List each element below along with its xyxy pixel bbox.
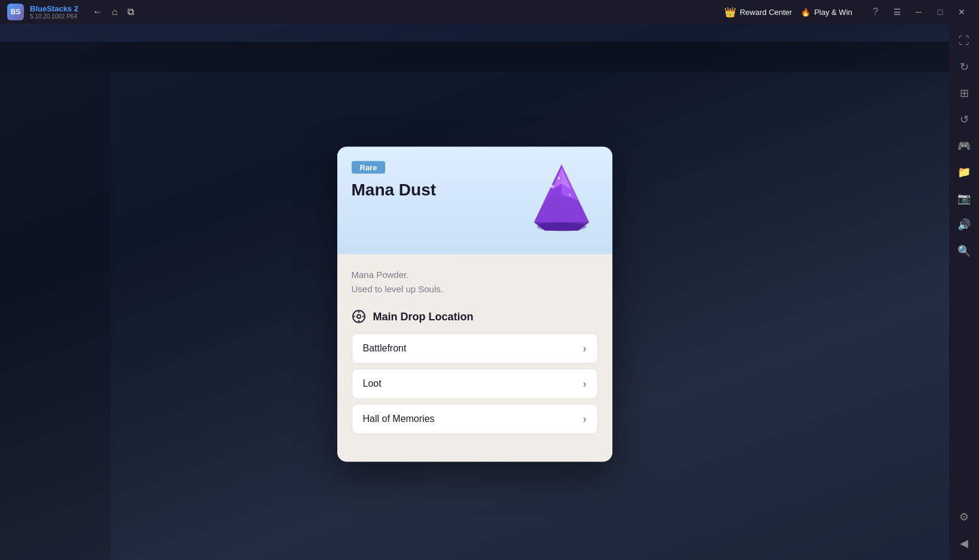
tabs-button[interactable]: ⧉ xyxy=(125,4,136,20)
modal-header: Rare Mana Dust xyxy=(337,146,612,254)
svg-point-5 xyxy=(550,185,554,188)
play-win-button[interactable]: 🔥 Play & Win xyxy=(801,8,852,17)
hall-chevron-icon: › xyxy=(583,412,587,425)
folder-sidebar-icon[interactable]: 📁 xyxy=(952,160,976,184)
location-list: Battlefront › Loot › Hall of Memories › xyxy=(352,333,598,434)
close-button[interactable]: ✕ xyxy=(953,4,970,20)
item-detail-modal: Rare Mana Dust xyxy=(337,146,612,461)
rarity-badge: Rare xyxy=(352,161,386,173)
description-line2: Used to level up Souls. xyxy=(352,281,598,296)
location-battlefront[interactable]: Battlefront › xyxy=(352,333,598,363)
maximize-button[interactable]: □ xyxy=(932,4,948,20)
minimize-button[interactable]: ─ xyxy=(910,4,927,20)
item-description: Mana Powder. Used to level up Souls. xyxy=(352,267,598,296)
app-name: BlueStacks 2 xyxy=(30,4,78,13)
title-bar: BS BlueStacks 2 5.10.20.1002 P64 ← ⌂ ⧉ 👑… xyxy=(0,0,979,24)
back-button[interactable]: ← xyxy=(90,4,105,20)
location-loot[interactable]: Loot › xyxy=(352,368,598,399)
reward-center-label: Reward Center xyxy=(740,8,792,17)
menu-button[interactable]: ☰ xyxy=(889,4,905,20)
location-hall-name: Hall of Memories xyxy=(363,414,435,424)
app-version: 5.10.20.1002 P64 xyxy=(30,13,78,20)
app-logo: BS xyxy=(7,4,24,20)
mana-dust-image xyxy=(529,161,594,233)
drop-location-label: Main Drop Location xyxy=(373,311,474,323)
volume-sidebar-icon[interactable]: 🔊 xyxy=(952,213,976,237)
description-line1: Mana Powder. xyxy=(352,267,598,281)
svg-point-6 xyxy=(569,194,571,196)
controller-sidebar-icon[interactable]: 🎮 xyxy=(952,134,976,158)
home-button[interactable]: ⌂ xyxy=(109,4,120,20)
title-bar-right: 👑 Reward Center 🔥 Play & Win ? ☰ ─ □ ✕ xyxy=(715,4,979,20)
reward-center-button[interactable]: 👑 Reward Center xyxy=(724,7,792,18)
fire-icon: 🔥 xyxy=(801,8,810,17)
battlefront-chevron-icon: › xyxy=(583,342,587,354)
play-win-label: Play & Win xyxy=(814,8,852,17)
svg-point-7 xyxy=(557,177,560,179)
modal-body: Mana Powder. Used to level up Souls. Mai… xyxy=(337,254,612,461)
svg-point-8 xyxy=(536,222,586,231)
expand-sidebar-icon[interactable]: ⛶ xyxy=(952,29,976,53)
back-sidebar-icon[interactable]: ◀ xyxy=(952,531,976,555)
app-title-text: BlueStacks 2 5.10.20.1002 P64 xyxy=(30,4,78,20)
window-controls: ? ☰ ─ □ ✕ xyxy=(867,4,970,20)
rotate-sidebar-icon[interactable]: ↺ xyxy=(952,108,976,131)
item-image-container xyxy=(523,158,600,236)
compass-icon xyxy=(352,309,367,325)
drop-location-title: Main Drop Location xyxy=(352,309,598,325)
search-sidebar-icon[interactable]: 🔍 xyxy=(952,239,976,263)
crown-icon: 👑 xyxy=(724,7,736,18)
drop-location-section: Main Drop Location Battlefront › Loot › … xyxy=(352,309,598,434)
app-branding: BS BlueStacks 2 5.10.20.1002 P64 ← ⌂ ⧉ xyxy=(0,4,144,20)
location-battlefront-name: Battlefront xyxy=(363,343,407,354)
settings-sidebar-icon[interactable]: ⚙ xyxy=(952,505,976,529)
loot-chevron-icon: › xyxy=(583,377,587,390)
refresh-sidebar-icon[interactable]: ↻ xyxy=(952,55,976,79)
nav-controls: ← ⌂ ⧉ xyxy=(90,4,136,20)
help-button[interactable]: ? xyxy=(867,4,884,20)
right-sidebar: ⛶ ↻ ⊞ ↺ 🎮 📁 📷 🔊 🔍 ⚙ ◀ xyxy=(949,24,979,560)
location-loot-name: Loot xyxy=(363,378,382,389)
svg-point-10 xyxy=(357,314,361,318)
location-hall-of-memories[interactable]: Hall of Memories › xyxy=(352,403,598,434)
layers-sidebar-icon[interactable]: ⊞ xyxy=(952,81,976,105)
camera-sidebar-icon[interactable]: 📷 xyxy=(952,186,976,210)
